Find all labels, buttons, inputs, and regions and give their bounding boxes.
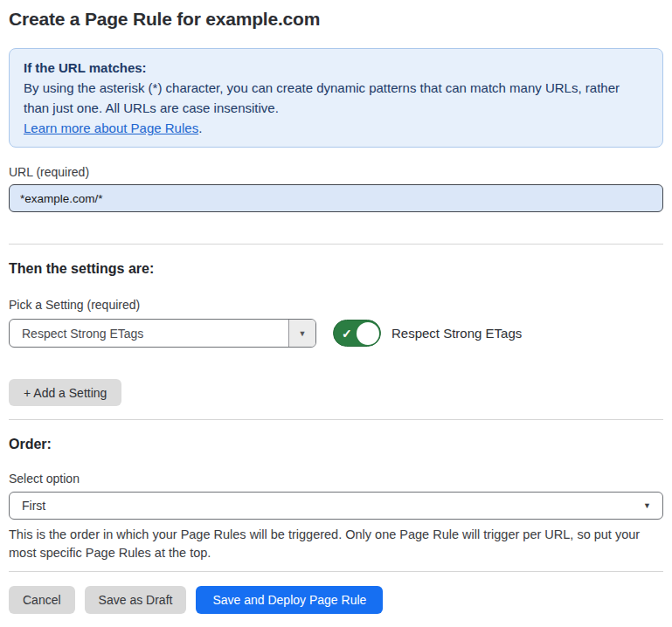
add-setting-button[interactable]: + Add a Setting — [9, 379, 121, 406]
toggle-knob — [357, 322, 379, 345]
info-box-body: By using the asterisk (*) character, you… — [24, 78, 648, 118]
cancel-button[interactable]: Cancel — [9, 586, 75, 614]
save-draft-button[interactable]: Save as Draft — [85, 586, 187, 614]
info-box-heading: If the URL matches: — [24, 58, 648, 78]
page-rule-form: Create a Page Rule for example.com If th… — [0, 0, 672, 623]
url-label: URL (required) — [9, 165, 663, 179]
divider — [9, 244, 663, 245]
order-select-label: Select option — [9, 472, 663, 486]
page-title: Create a Page Rule for example.com — [9, 9, 663, 30]
link-period: . — [198, 121, 202, 135]
toggle-label: Respect Strong ETags — [391, 326, 522, 341]
url-input[interactable] — [9, 184, 663, 212]
order-select[interactable]: First ▼ — [9, 492, 663, 520]
etags-toggle[interactable]: ✓ — [333, 320, 381, 347]
order-help-text: This is the order in which your Page Rul… — [9, 526, 663, 562]
setting-select-value: Respect Strong ETags — [10, 320, 288, 347]
order-heading: Order: — [9, 437, 663, 452]
learn-more-link[interactable]: Learn more about Page Rules — [24, 121, 198, 135]
divider — [9, 571, 663, 572]
info-box-link-line: Learn more about Page Rules. — [24, 118, 648, 138]
chevron-down-icon[interactable]: ▼ — [288, 320, 315, 347]
pick-setting-label: Pick a Setting (required) — [9, 298, 663, 312]
save-deploy-button[interactable]: Save and Deploy Page Rule — [196, 586, 383, 614]
chevron-down-icon: ▼ — [643, 501, 651, 510]
checkmark-icon: ✓ — [342, 327, 352, 341]
divider — [9, 419, 663, 420]
footer-actions: Cancel Save as Draft Save and Deploy Pag… — [9, 586, 663, 614]
order-select-value: First — [22, 499, 45, 513]
setting-row: Respect Strong ETags ▼ ✓ Respect Strong … — [9, 319, 663, 348]
settings-heading: Then the settings are: — [9, 261, 663, 277]
setting-select[interactable]: Respect Strong ETags ▼ — [9, 319, 316, 348]
url-match-info-box: If the URL matches: By using the asteris… — [9, 48, 663, 148]
